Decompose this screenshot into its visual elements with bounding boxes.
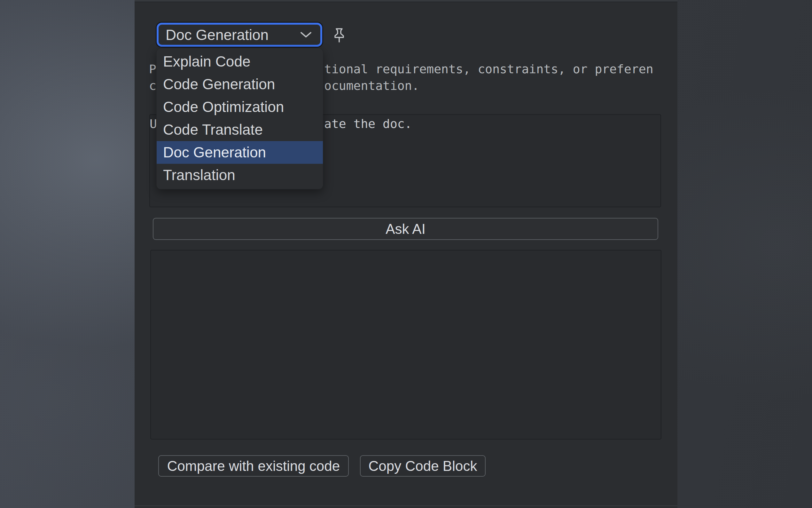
pin-icon[interactable] <box>330 26 348 45</box>
menu-item-translation[interactable]: Translation <box>157 164 323 186</box>
menu-item-code-generation[interactable]: Code Generation <box>157 73 323 96</box>
compare-button-label: Compare with existing code <box>167 458 340 474</box>
command-dropdown-value: Doc Generation <box>158 26 299 43</box>
menu-item-explain-code[interactable]: Explain Code <box>157 50 323 73</box>
copy-button-label: Copy Code Block <box>369 458 477 474</box>
ask-ai-button-label: Ask AI <box>386 221 426 237</box>
menu-item-code-translate[interactable]: Code Translate <box>157 118 323 141</box>
output-box <box>150 250 661 439</box>
copy-code-block-button[interactable]: Copy Code Block <box>360 455 486 477</box>
prompt-text-fragment-left: U <box>150 116 157 132</box>
ai-assistant-panel: P tional requirements, constraints, or p… <box>135 0 677 508</box>
command-menu: Explain Code Code Generation Code Optimi… <box>156 48 323 189</box>
menu-item-doc-generation[interactable]: Doc Generation <box>157 141 323 164</box>
description-line2-fragment-left: c <box>149 77 156 94</box>
ask-ai-button[interactable]: Ask AI <box>153 218 658 240</box>
menu-item-code-optimization[interactable]: Code Optimization <box>157 96 323 118</box>
description-line2-fragment-right: ocumentation. <box>324 77 419 94</box>
description-line1-fragment-left: P <box>149 61 156 77</box>
chevron-down-icon <box>299 31 313 39</box>
compare-with-existing-code-button[interactable]: Compare with existing code <box>158 455 349 477</box>
prompt-text-fragment-right: ate the doc. <box>324 116 412 132</box>
panel-bottom-separator <box>135 505 677 506</box>
description-line1-fragment-right: tional requirements, constraints, or pre… <box>324 61 654 77</box>
panel-top-separator <box>135 2 677 2</box>
command-dropdown[interactable]: Doc Generation <box>157 23 322 47</box>
